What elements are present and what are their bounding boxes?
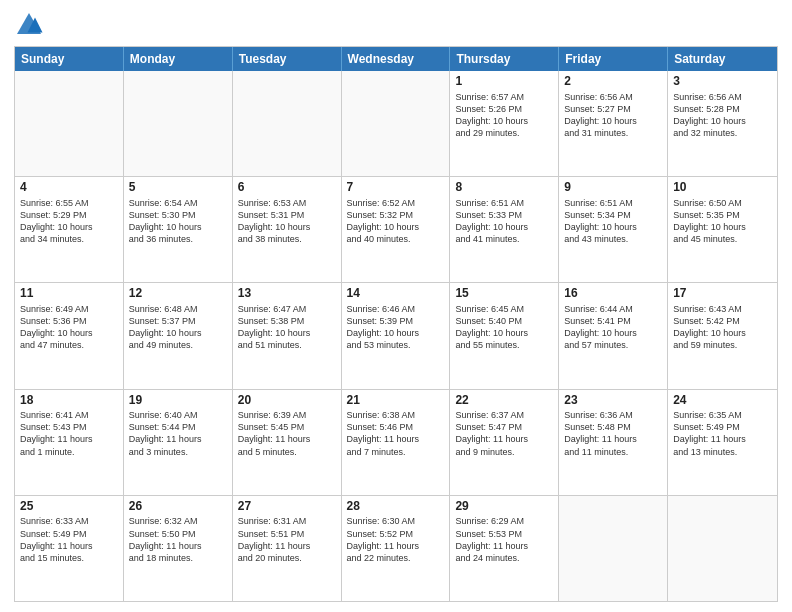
day-number: 14 [347,286,445,302]
cal-cell [15,71,124,176]
day-number: 21 [347,393,445,409]
day-info: Sunrise: 6:50 AM Sunset: 5:35 PM Dayligh… [673,197,772,246]
day-info: Sunrise: 6:51 AM Sunset: 5:33 PM Dayligh… [455,197,553,246]
cal-header-cell-saturday: Saturday [668,47,777,71]
day-number: 4 [20,180,118,196]
day-info: Sunrise: 6:52 AM Sunset: 5:32 PM Dayligh… [347,197,445,246]
cal-cell: 17Sunrise: 6:43 AM Sunset: 5:42 PM Dayli… [668,283,777,388]
day-info: Sunrise: 6:43 AM Sunset: 5:42 PM Dayligh… [673,303,772,352]
cal-cell: 8Sunrise: 6:51 AM Sunset: 5:33 PM Daylig… [450,177,559,282]
day-number: 22 [455,393,553,409]
cal-cell: 6Sunrise: 6:53 AM Sunset: 5:31 PM Daylig… [233,177,342,282]
cal-cell: 3Sunrise: 6:56 AM Sunset: 5:28 PM Daylig… [668,71,777,176]
day-info: Sunrise: 6:40 AM Sunset: 5:44 PM Dayligh… [129,409,227,458]
day-number: 17 [673,286,772,302]
day-number: 20 [238,393,336,409]
cal-cell [668,496,777,601]
day-number: 27 [238,499,336,515]
day-number: 12 [129,286,227,302]
day-info: Sunrise: 6:57 AM Sunset: 5:26 PM Dayligh… [455,91,553,140]
day-number: 18 [20,393,118,409]
day-info: Sunrise: 6:45 AM Sunset: 5:40 PM Dayligh… [455,303,553,352]
day-number: 28 [347,499,445,515]
day-info: Sunrise: 6:41 AM Sunset: 5:43 PM Dayligh… [20,409,118,458]
cal-row-3: 18Sunrise: 6:41 AM Sunset: 5:43 PM Dayli… [15,389,777,495]
logo [14,10,48,40]
cal-row-4: 25Sunrise: 6:33 AM Sunset: 5:49 PM Dayli… [15,495,777,601]
cal-header-cell-wednesday: Wednesday [342,47,451,71]
cal-cell: 25Sunrise: 6:33 AM Sunset: 5:49 PM Dayli… [15,496,124,601]
cal-cell [233,71,342,176]
cal-cell: 24Sunrise: 6:35 AM Sunset: 5:49 PM Dayli… [668,390,777,495]
cal-header-cell-friday: Friday [559,47,668,71]
day-info: Sunrise: 6:51 AM Sunset: 5:34 PM Dayligh… [564,197,662,246]
day-info: Sunrise: 6:48 AM Sunset: 5:37 PM Dayligh… [129,303,227,352]
calendar-body: 1Sunrise: 6:57 AM Sunset: 5:26 PM Daylig… [15,71,777,601]
day-number: 2 [564,74,662,90]
day-info: Sunrise: 6:30 AM Sunset: 5:52 PM Dayligh… [347,515,445,564]
cal-cell: 11Sunrise: 6:49 AM Sunset: 5:36 PM Dayli… [15,283,124,388]
cal-cell: 5Sunrise: 6:54 AM Sunset: 5:30 PM Daylig… [124,177,233,282]
day-info: Sunrise: 6:29 AM Sunset: 5:53 PM Dayligh… [455,515,553,564]
day-info: Sunrise: 6:53 AM Sunset: 5:31 PM Dayligh… [238,197,336,246]
day-info: Sunrise: 6:37 AM Sunset: 5:47 PM Dayligh… [455,409,553,458]
page: SundayMondayTuesdayWednesdayThursdayFrid… [0,0,792,612]
calendar-header-row: SundayMondayTuesdayWednesdayThursdayFrid… [15,47,777,71]
cal-cell: 12Sunrise: 6:48 AM Sunset: 5:37 PM Dayli… [124,283,233,388]
cal-header-cell-tuesday: Tuesday [233,47,342,71]
day-info: Sunrise: 6:39 AM Sunset: 5:45 PM Dayligh… [238,409,336,458]
day-info: Sunrise: 6:32 AM Sunset: 5:50 PM Dayligh… [129,515,227,564]
day-number: 7 [347,180,445,196]
calendar: SundayMondayTuesdayWednesdayThursdayFrid… [14,46,778,602]
cal-cell: 23Sunrise: 6:36 AM Sunset: 5:48 PM Dayli… [559,390,668,495]
header [14,10,778,40]
day-info: Sunrise: 6:47 AM Sunset: 5:38 PM Dayligh… [238,303,336,352]
cal-cell: 4Sunrise: 6:55 AM Sunset: 5:29 PM Daylig… [15,177,124,282]
day-number: 11 [20,286,118,302]
cal-cell: 10Sunrise: 6:50 AM Sunset: 5:35 PM Dayli… [668,177,777,282]
cal-cell [342,71,451,176]
cal-cell: 15Sunrise: 6:45 AM Sunset: 5:40 PM Dayli… [450,283,559,388]
day-number: 26 [129,499,227,515]
day-info: Sunrise: 6:38 AM Sunset: 5:46 PM Dayligh… [347,409,445,458]
day-info: Sunrise: 6:33 AM Sunset: 5:49 PM Dayligh… [20,515,118,564]
cal-row-1: 4Sunrise: 6:55 AM Sunset: 5:29 PM Daylig… [15,176,777,282]
day-info: Sunrise: 6:49 AM Sunset: 5:36 PM Dayligh… [20,303,118,352]
day-number: 24 [673,393,772,409]
cal-cell: 18Sunrise: 6:41 AM Sunset: 5:43 PM Dayli… [15,390,124,495]
cal-row-0: 1Sunrise: 6:57 AM Sunset: 5:26 PM Daylig… [15,71,777,176]
cal-cell: 2Sunrise: 6:56 AM Sunset: 5:27 PM Daylig… [559,71,668,176]
cal-cell: 22Sunrise: 6:37 AM Sunset: 5:47 PM Dayli… [450,390,559,495]
cal-cell: 9Sunrise: 6:51 AM Sunset: 5:34 PM Daylig… [559,177,668,282]
cal-cell: 16Sunrise: 6:44 AM Sunset: 5:41 PM Dayli… [559,283,668,388]
day-info: Sunrise: 6:36 AM Sunset: 5:48 PM Dayligh… [564,409,662,458]
day-number: 29 [455,499,553,515]
cal-cell: 7Sunrise: 6:52 AM Sunset: 5:32 PM Daylig… [342,177,451,282]
cal-cell: 19Sunrise: 6:40 AM Sunset: 5:44 PM Dayli… [124,390,233,495]
day-number: 8 [455,180,553,196]
day-info: Sunrise: 6:55 AM Sunset: 5:29 PM Dayligh… [20,197,118,246]
day-number: 19 [129,393,227,409]
day-info: Sunrise: 6:44 AM Sunset: 5:41 PM Dayligh… [564,303,662,352]
cal-cell: 28Sunrise: 6:30 AM Sunset: 5:52 PM Dayli… [342,496,451,601]
cal-cell: 29Sunrise: 6:29 AM Sunset: 5:53 PM Dayli… [450,496,559,601]
cal-header-cell-thursday: Thursday [450,47,559,71]
logo-icon [14,10,44,40]
cal-cell: 20Sunrise: 6:39 AM Sunset: 5:45 PM Dayli… [233,390,342,495]
cal-row-2: 11Sunrise: 6:49 AM Sunset: 5:36 PM Dayli… [15,282,777,388]
cal-cell: 13Sunrise: 6:47 AM Sunset: 5:38 PM Dayli… [233,283,342,388]
cal-header-cell-sunday: Sunday [15,47,124,71]
cal-cell: 27Sunrise: 6:31 AM Sunset: 5:51 PM Dayli… [233,496,342,601]
day-info: Sunrise: 6:56 AM Sunset: 5:28 PM Dayligh… [673,91,772,140]
day-info: Sunrise: 6:35 AM Sunset: 5:49 PM Dayligh… [673,409,772,458]
day-info: Sunrise: 6:56 AM Sunset: 5:27 PM Dayligh… [564,91,662,140]
day-number: 1 [455,74,553,90]
day-number: 10 [673,180,772,196]
day-info: Sunrise: 6:46 AM Sunset: 5:39 PM Dayligh… [347,303,445,352]
day-info: Sunrise: 6:31 AM Sunset: 5:51 PM Dayligh… [238,515,336,564]
day-info: Sunrise: 6:54 AM Sunset: 5:30 PM Dayligh… [129,197,227,246]
cal-cell: 21Sunrise: 6:38 AM Sunset: 5:46 PM Dayli… [342,390,451,495]
cal-cell: 14Sunrise: 6:46 AM Sunset: 5:39 PM Dayli… [342,283,451,388]
day-number: 6 [238,180,336,196]
day-number: 16 [564,286,662,302]
